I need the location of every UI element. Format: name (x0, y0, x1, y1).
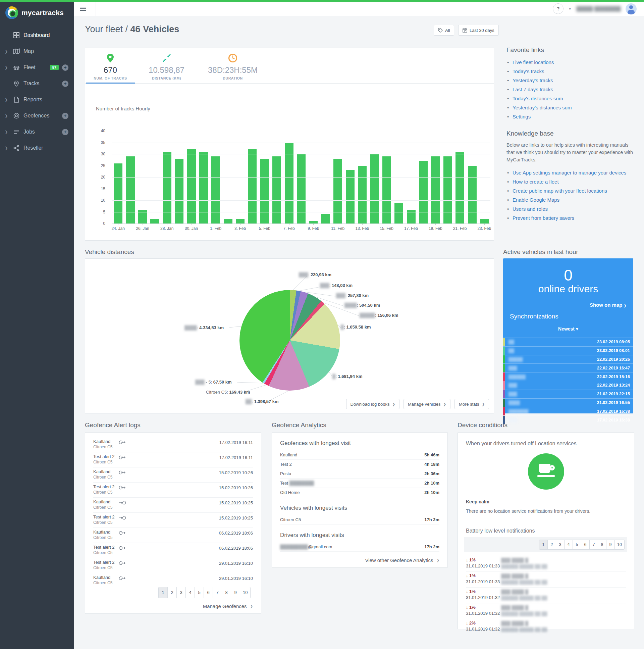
sync-date: 17.02.2019 16:38 (597, 409, 630, 414)
alert-row[interactable]: KauflandCitroen C517.02.2019 16:11 (93, 437, 253, 452)
add-button[interactable]: + (62, 129, 68, 135)
page-button-4[interactable]: 4 (185, 587, 195, 598)
page-button-3[interactable]: 3 (556, 539, 564, 550)
tab-distance-km-[interactable]: 10.598,87DISTANCE (KM) (136, 48, 197, 83)
sync-row[interactable]: ███████17.02.2019 16:38 (503, 407, 633, 416)
page-button-8[interactable]: 8 (598, 539, 606, 550)
sidebar-item-tracks[interactable]: Tracks+ (0, 76, 74, 92)
knowledge-base-link-3[interactable]: Enable Google Maps (512, 197, 559, 203)
add-button[interactable]: + (62, 113, 68, 119)
logo[interactable]: mycartracks (0, 2, 74, 24)
favorite-link-3[interactable]: Last 7 days tracks (512, 87, 553, 92)
sync-row[interactable]: ██23.02.2019 08:05 (503, 338, 633, 346)
page-button-8[interactable]: 8 (222, 587, 231, 598)
page-button-1[interactable]: 1 (539, 539, 548, 550)
sidebar-item-dashboard[interactable]: Dashboard (0, 27, 74, 43)
filter-all-button[interactable]: All (434, 25, 454, 36)
alert-row[interactable]: KauflandCitroen C515.02.2019 10:25 (93, 497, 253, 513)
page-button-9[interactable]: 9 (606, 539, 615, 550)
tab-num-of-tracks[interactable]: 670NUM. OF TRACKS (85, 48, 136, 83)
add-button[interactable]: + (62, 81, 68, 87)
bar-24-jan (114, 163, 123, 223)
more-stats-button[interactable]: More stats❯ (455, 399, 489, 409)
knowledge-base-link-1[interactable]: How to create a fleet (512, 179, 559, 184)
top-accent-bar (0, 0, 644, 2)
sidebar-item-map[interactable]: ❯Map (0, 43, 74, 59)
sync-row[interactable]: ███17.02.2019 16:38 (503, 416, 633, 424)
page-button-10[interactable]: 10 (240, 587, 250, 598)
sync-row[interactable]: █████22.02.2019 20:26 (503, 355, 633, 364)
sync-row[interactable]: ████21.02.2019 16:55 (503, 398, 633, 407)
knowledge-base-title: Knowledge base (506, 130, 634, 137)
page-button-2[interactable]: 2 (547, 539, 556, 550)
list-item: Today's distances sum (506, 94, 634, 103)
sidebar-item-reseller[interactable]: ❯Reseller (0, 140, 74, 156)
bar-12-feb (346, 170, 355, 223)
page-button-6[interactable]: 6 (581, 539, 590, 550)
alert-row[interactable]: KauflandCitroen C506.02.2019 18:06 (93, 528, 253, 543)
add-button[interactable]: + (62, 64, 68, 71)
help-button[interactable]: ? (553, 3, 563, 14)
menu-toggle-icon[interactable] (80, 6, 96, 12)
alert-row[interactable]: Test alert 2Citroen C529.01.2019 16:10 (93, 558, 253, 573)
pie-chart (239, 290, 340, 391)
sidebar-item-jobs[interactable]: ❯Jobs+ (0, 124, 74, 140)
page-button-5[interactable]: 5 (194, 587, 204, 598)
knowledge-base-link-5[interactable]: Prevent from battery savers (512, 215, 574, 221)
x-axis-tickmark (338, 223, 338, 225)
page-button-2[interactable]: 2 (167, 587, 177, 598)
alert-row[interactable]: KauflandCitroen C529.01.2019 16:10 (93, 573, 253, 588)
tab-duration[interactable]: 38D:23H:55MDURATION (197, 48, 268, 83)
favorite-link-2[interactable]: Yesterday's tracks (512, 78, 553, 83)
favorite-link-6[interactable]: Settings (512, 114, 531, 120)
gridline (112, 200, 490, 201)
favorite-link-1[interactable]: Today's tracks (512, 69, 544, 74)
knowledge-base-link-4[interactable]: Users and roles (512, 206, 548, 212)
bar-28-jan (163, 152, 171, 223)
list-item: Last 7 days tracks (506, 85, 634, 94)
user-name[interactable]: █████ ████████ (576, 6, 621, 11)
page-button-9[interactable]: 9 (231, 587, 240, 598)
knowledge-base-link-2[interactable]: Create public map with your fleet locati… (512, 188, 607, 193)
avatar[interactable] (626, 3, 637, 14)
sidebar-item-fleet[interactable]: ❯Fleet57+ (0, 59, 74, 76)
alert-vehicle-name: Citroen C5 (93, 565, 253, 570)
y-axis-tick: 35 (101, 140, 105, 145)
coffee-cup-icon (528, 453, 564, 489)
favorite-link-0[interactable]: Live fleet locations (512, 59, 554, 65)
alert-row[interactable]: Test alert 2Citroen C515.02.2019 10:26 (93, 483, 253, 497)
alert-row[interactable]: Test alert 2Citroen C515.02.2019 10:25 (93, 513, 253, 528)
sync-row[interactable]: ██████22.02.2019 15:16 (503, 372, 633, 381)
manage-vehicles-button[interactable]: Manage vehicles❯ (404, 399, 451, 409)
alert-row[interactable]: Test alert 2Citroen C517.02.2019 16:11 (93, 452, 253, 468)
page-button-7[interactable]: 7 (213, 587, 222, 598)
sidebar-item-reports[interactable]: ❯Reports (0, 92, 74, 108)
page-button-5[interactable]: 5 (572, 539, 581, 550)
alert-row[interactable]: KauflandCitroen C515.02.2019 10:26 (93, 468, 253, 483)
view-other-analytics-link[interactable]: View other Geofence Analytics❯ (272, 553, 448, 567)
page-button-4[interactable]: 4 (564, 539, 573, 550)
sync-row[interactable]: ███22.02.2019 16:47 (503, 363, 633, 372)
favorite-link-4[interactable]: Today's distances sum (512, 96, 563, 101)
x-axis-tickmark (387, 223, 387, 225)
page-button-7[interactable]: 7 (589, 539, 598, 550)
alert-row[interactable]: Test alert 2Citroen C506.02.2019 18:06 (93, 543, 253, 558)
download-log-books-button[interactable]: Download log books❯ (346, 399, 400, 409)
show-on-map-link[interactable]: Show on map ❯ (590, 302, 627, 308)
manage-geofences-link[interactable]: Manage Geofences❯ (85, 599, 261, 613)
knowledge-base-link-0[interactable]: Use App settings manager to manage your … (512, 170, 626, 175)
gridline (112, 212, 490, 212)
sync-row[interactable]: ██23.02.2019 08:01 (503, 346, 633, 355)
page-button-6[interactable]: 6 (203, 587, 213, 598)
favorite-link-5[interactable]: Yesterday's distances sum (512, 105, 572, 111)
y-axis-tick: 25 (101, 163, 105, 168)
sort-dropdown[interactable]: Newest ▾ (503, 326, 633, 332)
page-button-3[interactable]: 3 (176, 587, 186, 598)
date-range-button[interactable]: Last 30 days (458, 25, 499, 36)
sync-row[interactable]: ███22.02.2019 13:24 (503, 381, 633, 390)
sidebar-item-geofences[interactable]: ❯Geofences+ (0, 108, 74, 124)
page-button-1[interactable]: 1 (158, 587, 168, 598)
page-button-10[interactable]: 10 (614, 539, 625, 550)
online-drivers-count: 0 (503, 267, 633, 283)
sync-row[interactable]: ███21.02.2019 22:15 (503, 390, 633, 398)
